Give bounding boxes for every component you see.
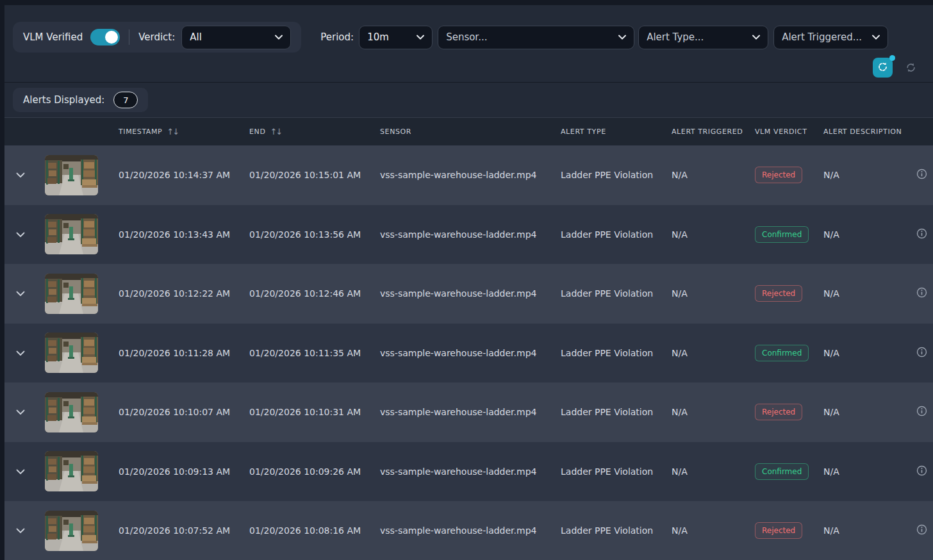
chevron-down-icon <box>275 35 283 40</box>
vlm-verdict-badge: Confirmed <box>755 345 809 361</box>
alert-thumbnail[interactable] <box>36 392 113 432</box>
page: VLM Verified Verdict: All Period: 10m <box>0 0 933 560</box>
alert-triggered-select[interactable]: Alert Triggered... <box>773 26 888 49</box>
warehouse-thumbnail-image <box>45 451 98 491</box>
timestamp-cell: 01/20/2026 10:13:43 AM <box>113 229 244 240</box>
chevron-down-icon <box>752 35 760 40</box>
alert-description-cell: N/A <box>818 407 910 417</box>
info-button[interactable] <box>910 406 933 418</box>
alert-thumbnail[interactable] <box>36 333 113 373</box>
period-select[interactable]: 10m <box>359 26 433 49</box>
alerts-count-badge: 7 <box>113 92 138 108</box>
info-button[interactable] <box>910 347 933 359</box>
chevron-down-icon <box>872 35 880 40</box>
alerts-displayed-label: Alerts Displayed: <box>23 94 104 106</box>
header-end-label: END <box>249 128 265 136</box>
vlm-verdict-cell: Rejected <box>750 167 818 183</box>
alert-type-cell: Ladder PPE Violation <box>556 170 666 180</box>
end-cell: 01/20/2026 10:08:16 AM <box>244 525 375 536</box>
alert-triggered-cell: N/A <box>666 407 750 417</box>
alert-type-cell: Ladder PPE Violation <box>556 229 666 240</box>
row-expand-button[interactable] <box>4 466 36 477</box>
vlm-verdict-badge: Confirmed <box>755 226 809 243</box>
alert-description-cell: N/A <box>818 170 910 180</box>
alert-type-cell: Ladder PPE Violation <box>556 525 666 536</box>
alert-triggered-cell: N/A <box>666 229 750 240</box>
warehouse-thumbnail-image <box>45 155 98 195</box>
info-button[interactable] <box>910 228 933 241</box>
timestamp-cell: 01/20/2026 10:09:13 AM <box>113 466 244 477</box>
alert-type-select-placeholder: Alert Type... <box>647 31 704 43</box>
alert-thumbnail[interactable] <box>36 451 113 491</box>
header-end[interactable]: END ↑↓ <box>244 127 375 136</box>
vlm-verdict-badge: Rejected <box>755 285 802 302</box>
info-icon <box>916 287 927 300</box>
info-icon <box>916 465 927 478</box>
refresh-button[interactable] <box>873 58 893 78</box>
vlm-verdict-cell: Rejected <box>750 404 818 420</box>
vlm-verdict-badge: Rejected <box>755 522 802 539</box>
alert-triggered-cell: N/A <box>666 288 750 299</box>
row-expand-button[interactable] <box>4 170 36 180</box>
sensor-cell: vss-sample-warehouse-ladder.mp4 <box>375 525 556 536</box>
alert-type-cell: Ladder PPE Violation <box>556 288 666 299</box>
header-timestamp-label: TIMESTAMP <box>119 128 162 136</box>
toggle-knob <box>105 31 118 44</box>
info-icon <box>916 524 927 537</box>
vlm-verdict-badge: Confirmed <box>755 463 809 480</box>
chevron-down-icon <box>16 525 25 536</box>
row-expand-button[interactable] <box>4 288 36 299</box>
info-button[interactable] <box>910 524 933 537</box>
alert-thumbnail[interactable] <box>36 511 113 551</box>
header-timestamp[interactable]: TIMESTAMP ↑↓ <box>113 127 244 136</box>
row-expand-button[interactable] <box>4 348 36 358</box>
end-cell: 01/20/2026 10:13:56 AM <box>244 229 375 240</box>
sensor-cell: vss-sample-warehouse-ladder.mp4 <box>375 348 556 358</box>
vlm-verified-toggle[interactable] <box>90 29 120 45</box>
alert-type-select[interactable]: Alert Type... <box>638 26 768 49</box>
sync-icon[interactable] <box>905 62 916 73</box>
vlm-verdict-cell: Confirmed <box>750 226 818 243</box>
sensor-select-placeholder: Sensor... <box>446 31 487 43</box>
header-alert-triggered: ALERT TRIGGERED <box>666 128 750 136</box>
table-row: 01/20/2026 10:09:13 AM 01/20/2026 10:09:… <box>4 442 933 502</box>
notification-dot <box>889 55 895 61</box>
table-row: 01/20/2026 10:14:37 AM 01/20/2026 10:15:… <box>4 145 933 205</box>
end-cell: 01/20/2026 10:11:35 AM <box>244 348 375 358</box>
header-vlm-verdict: VLM VERDICT <box>750 128 818 136</box>
timestamp-cell: 01/20/2026 10:07:52 AM <box>113 525 244 536</box>
warehouse-thumbnail-image <box>45 392 98 432</box>
alert-description-cell: N/A <box>818 229 910 240</box>
row-expand-button[interactable] <box>4 407 36 417</box>
chevron-down-icon <box>16 348 25 358</box>
info-button[interactable] <box>910 169 933 181</box>
alert-type-cell: Ladder PPE Violation <box>556 348 666 358</box>
sort-icon[interactable]: ↑↓ <box>167 127 178 136</box>
sort-icon[interactable]: ↑↓ <box>270 127 281 136</box>
verdict-select[interactable]: All <box>181 26 291 49</box>
chevron-down-icon <box>417 35 424 40</box>
alert-triggered-cell: N/A <box>666 466 750 477</box>
row-expand-button[interactable] <box>4 525 36 536</box>
timestamp-cell: 01/20/2026 10:11:28 AM <box>113 348 244 358</box>
alert-thumbnail[interactable] <box>36 274 113 314</box>
period-select-value: 10m <box>367 31 389 43</box>
info-button[interactable] <box>910 465 933 478</box>
sensor-cell: vss-sample-warehouse-ladder.mp4 <box>375 229 556 240</box>
table-row: 01/20/2026 10:07:52 AM 01/20/2026 10:08:… <box>4 501 933 560</box>
header-alert-description: ALERT DESCRIPTION <box>818 128 910 136</box>
alert-thumbnail[interactable] <box>36 155 113 195</box>
sensor-select[interactable]: Sensor... <box>438 26 634 49</box>
sensor-cell: vss-sample-warehouse-ladder.mp4 <box>375 170 556 180</box>
alert-thumbnail[interactable] <box>36 214 113 254</box>
info-icon <box>916 228 927 241</box>
header-alert-type: ALERT TYPE <box>556 128 666 136</box>
info-button[interactable] <box>910 287 933 300</box>
info-icon <box>916 406 927 418</box>
row-expand-button[interactable] <box>4 229 36 240</box>
table-row: 01/20/2026 10:13:43 AM 01/20/2026 10:13:… <box>4 205 933 265</box>
timestamp-cell: 01/20/2026 10:14:37 AM <box>113 170 244 180</box>
chevron-down-icon <box>16 466 25 477</box>
filter-row: VLM Verified Verdict: All Period: 10m <box>4 5 933 53</box>
chevron-down-icon <box>16 407 25 417</box>
